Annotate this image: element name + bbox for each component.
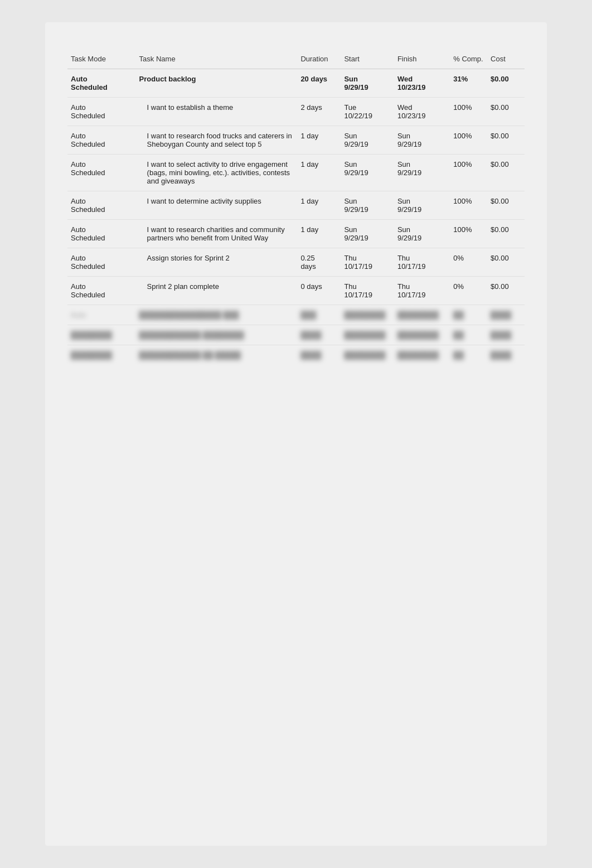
cell-duration: 1 day xyxy=(297,220,341,248)
cell-comp: ██ xyxy=(450,305,487,325)
table-row: AutoScheduledI want to research food tru… xyxy=(67,126,525,155)
cell-comp: 31% xyxy=(450,69,487,98)
cell-mode: AutoScheduled xyxy=(67,126,136,155)
cell-cost: $0.00 xyxy=(487,69,525,98)
table-row: AutoScheduledProduct backlog20 daysSun9/… xyxy=(67,69,525,98)
cell-duration: ████ xyxy=(297,325,341,345)
cell-finish: ████████ xyxy=(394,325,450,345)
col-header-cost: Cost xyxy=(487,50,525,69)
cell-mode: ████████ xyxy=(67,345,136,365)
table-row: AutoScheduledI want to establish a theme… xyxy=(67,98,525,126)
cell-duration: 1 day xyxy=(297,191,341,220)
table-row: ████████████████████ ██ ████████████████… xyxy=(67,345,525,365)
cell-mode: AutoScheduled xyxy=(67,191,136,220)
table-row: AutoScheduledAssign stories for Sprint 2… xyxy=(67,248,525,277)
cell-duration: 1 day xyxy=(297,155,341,191)
cell-start: Sun9/29/19 xyxy=(341,155,394,191)
cell-mode: AutoScheduled xyxy=(67,277,136,305)
cell-comp: 100% xyxy=(450,98,487,126)
cell-duration: 0.25days xyxy=(297,248,341,277)
cell-cost: $0.00 xyxy=(487,248,525,277)
cell-comp: 100% xyxy=(450,191,487,220)
cell-name: I want to select activity to drive engag… xyxy=(136,155,298,191)
cell-cost: $0.00 xyxy=(487,126,525,155)
cell-name: I want to research food trucks and cater… xyxy=(136,126,298,155)
cell-mode: Auto xyxy=(67,305,136,325)
cell-finish: Sun9/29/19 xyxy=(394,191,450,220)
cell-name: ████████████ ████████ xyxy=(136,325,298,345)
col-header-name: Task Name xyxy=(136,50,298,69)
table-row: AutoScheduledSprint 2 plan complete0 day… xyxy=(67,277,525,305)
table-header-row: Task Mode Task Name Duration Start Finis… xyxy=(67,50,525,69)
cell-mode: AutoScheduled xyxy=(67,155,136,191)
cell-comp: 100% xyxy=(450,155,487,191)
cell-finish: Wed10/23/19 xyxy=(394,98,450,126)
cell-mode: ████████ xyxy=(67,325,136,345)
cell-finish: Sun9/29/19 xyxy=(394,220,450,248)
cell-comp: 100% xyxy=(450,220,487,248)
page-container: Task Mode Task Name Duration Start Finis… xyxy=(45,22,547,846)
cell-duration: 1 day xyxy=(297,126,341,155)
cell-start: Sun9/29/19 xyxy=(341,69,394,98)
table-row: Auto████████████████ ███████████████████… xyxy=(67,305,525,325)
cell-start: Tue10/22/19 xyxy=(341,98,394,126)
cell-name: ████████████ ██ █████ xyxy=(136,345,298,365)
cell-name: I want to research charities and communi… xyxy=(136,220,298,248)
cell-comp: 0% xyxy=(450,248,487,277)
cell-comp: ██ xyxy=(450,345,487,365)
cell-start: Sun9/29/19 xyxy=(341,191,394,220)
cell-cost: $0.00 xyxy=(487,277,525,305)
cell-start: ████████ xyxy=(341,305,394,325)
cell-mode: AutoScheduled xyxy=(67,98,136,126)
cell-duration: ███ xyxy=(297,305,341,325)
task-table: Task Mode Task Name Duration Start Finis… xyxy=(67,50,525,365)
cell-start: Sun9/29/19 xyxy=(341,220,394,248)
table-row: ████████████████████ ███████████████████… xyxy=(67,325,525,345)
cell-cost: $0.00 xyxy=(487,220,525,248)
cell-start: Sun9/29/19 xyxy=(341,126,394,155)
cell-finish: ████████ xyxy=(394,345,450,365)
cell-name: Sprint 2 plan complete xyxy=(136,277,298,305)
table-row: AutoScheduledI want to select activity t… xyxy=(67,155,525,191)
cell-cost: ████ xyxy=(487,305,525,325)
table-row: AutoScheduledI want to research charitie… xyxy=(67,220,525,248)
cell-comp: 100% xyxy=(450,126,487,155)
cell-start: ████████ xyxy=(341,345,394,365)
col-header-comp: % Comp. xyxy=(450,50,487,69)
cell-finish: Thu10/17/19 xyxy=(394,277,450,305)
cell-name: I want to establish a theme xyxy=(136,98,298,126)
cell-start: Thu10/17/19 xyxy=(341,277,394,305)
cell-finish: ████████ xyxy=(394,305,450,325)
cell-comp: 0% xyxy=(450,277,487,305)
cell-cost: $0.00 xyxy=(487,191,525,220)
cell-start: ████████ xyxy=(341,325,394,345)
cell-mode: AutoScheduled xyxy=(67,220,136,248)
cell-finish: Thu10/17/19 xyxy=(394,248,450,277)
cell-name: Product backlog xyxy=(136,69,298,98)
cell-finish: Wed10/23/19 xyxy=(394,69,450,98)
cell-name: I want to determine activity supplies xyxy=(136,191,298,220)
cell-cost: $0.00 xyxy=(487,98,525,126)
cell-duration: 2 days xyxy=(297,98,341,126)
col-header-duration: Duration xyxy=(297,50,341,69)
cell-start: Thu10/17/19 xyxy=(341,248,394,277)
cell-cost: ████ xyxy=(487,325,525,345)
col-header-finish: Finish xyxy=(394,50,450,69)
cell-finish: Sun9/29/19 xyxy=(394,126,450,155)
cell-name: ████████████████ ███ xyxy=(136,305,298,325)
cell-name: Assign stories for Sprint 2 xyxy=(136,248,298,277)
cell-comp: ██ xyxy=(450,325,487,345)
col-header-start: Start xyxy=(341,50,394,69)
cell-mode: AutoScheduled xyxy=(67,69,136,98)
col-header-mode: Task Mode xyxy=(67,50,136,69)
cell-cost: $0.00 xyxy=(487,155,525,191)
cell-duration: 0 days xyxy=(297,277,341,305)
cell-mode: AutoScheduled xyxy=(67,248,136,277)
table-row: AutoScheduledI want to determine activit… xyxy=(67,191,525,220)
cell-duration: ████ xyxy=(297,345,341,365)
cell-duration: 20 days xyxy=(297,69,341,98)
cell-finish: Sun9/29/19 xyxy=(394,155,450,191)
cell-cost: ████ xyxy=(487,345,525,365)
